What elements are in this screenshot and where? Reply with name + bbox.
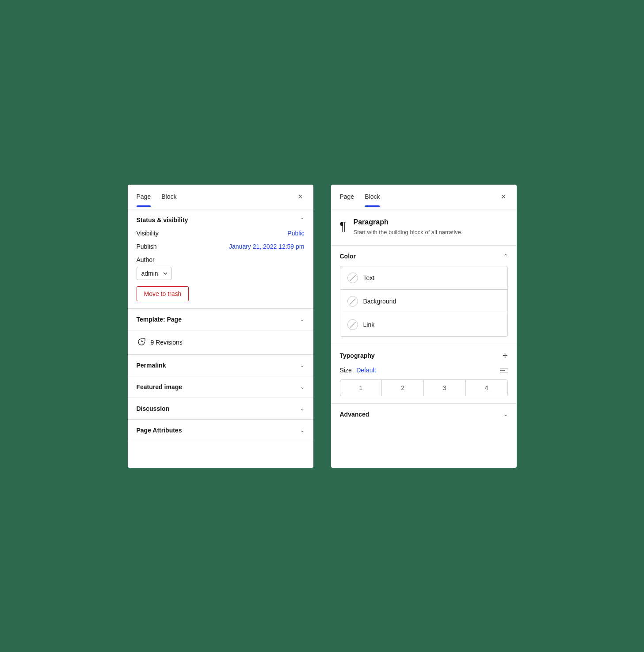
- featured-image-section[interactable]: Featured image ⌄: [128, 376, 313, 398]
- typography-title: Typography: [340, 352, 375, 359]
- block-text: Paragraph Start with the building block …: [354, 218, 463, 237]
- size-control-line-1: [500, 368, 508, 369]
- color-section-title: Color: [340, 253, 356, 260]
- size-label: Size: [340, 367, 352, 374]
- size-button-4[interactable]: 4: [466, 380, 507, 396]
- color-option-text[interactable]: Text: [340, 266, 507, 290]
- revisions-text: 9 Revisions: [151, 339, 183, 346]
- size-button-2[interactable]: 2: [382, 380, 424, 396]
- left-panel-footer-space: [128, 441, 313, 468]
- color-text-label: Text: [363, 274, 375, 281]
- author-select[interactable]: admin: [137, 267, 171, 280]
- typography-add-button[interactable]: +: [503, 351, 508, 360]
- move-to-trash-button-wrapper: Move to trash: [137, 280, 305, 301]
- left-close-button[interactable]: ×: [296, 190, 305, 203]
- discussion-section[interactable]: Discussion ⌄: [128, 398, 313, 420]
- block-info: ¶ Paragraph Start with the building bloc…: [331, 209, 517, 246]
- move-to-trash-button[interactable]: Move to trash: [137, 286, 189, 301]
- publish-row: Publish January 21, 2022 12:59 pm: [137, 243, 305, 250]
- page-attributes-section[interactable]: Page Attributes ⌄: [128, 420, 313, 441]
- color-circle-background: [347, 296, 358, 307]
- color-option-link[interactable]: Link: [340, 313, 507, 336]
- publish-label: Publish: [137, 243, 157, 250]
- page-attributes-title: Page Attributes: [137, 427, 182, 434]
- left-tab-block[interactable]: Block: [161, 187, 176, 206]
- left-tab-group: Page Block: [137, 187, 296, 206]
- block-description: Start with the building block of all nar…: [354, 228, 463, 237]
- color-slash-link-icon: [350, 322, 355, 327]
- visibility-row: Visibility Public: [137, 230, 305, 237]
- left-panel-header: Page Block ×: [128, 185, 313, 209]
- color-options-box: Text Background Link: [340, 266, 508, 337]
- page-attributes-chevron-icon: ⌄: [300, 427, 305, 433]
- block-title: Paragraph: [354, 218, 463, 226]
- color-slash-icon: [350, 275, 355, 281]
- status-visibility-title: Status & visibility: [137, 216, 188, 224]
- revisions-row[interactable]: 9 Revisions: [128, 330, 313, 355]
- right-close-button[interactable]: ×: [499, 190, 508, 203]
- discussion-chevron-icon: ⌄: [300, 406, 305, 412]
- color-section-header[interactable]: Color ⌃: [340, 253, 508, 260]
- color-option-background[interactable]: Background: [340, 290, 507, 313]
- author-label: Author: [137, 256, 305, 263]
- color-circle-link: [347, 319, 358, 330]
- advanced-section[interactable]: Advanced ⌄: [331, 404, 517, 425]
- advanced-chevron-icon: ⌄: [503, 411, 508, 417]
- right-tab-group: Page Block: [340, 187, 499, 206]
- right-tab-page[interactable]: Page: [340, 187, 354, 206]
- size-buttons-group: 1 2 3 4: [340, 379, 508, 396]
- size-controls-icon[interactable]: [500, 368, 508, 373]
- status-visibility-chevron-icon: ⌃: [300, 217, 305, 223]
- advanced-title: Advanced: [340, 411, 370, 418]
- size-button-3[interactable]: 3: [424, 380, 466, 396]
- color-section: Color ⌃ Text Background: [331, 246, 517, 344]
- color-link-label: Link: [363, 321, 375, 328]
- typography-header: Typography +: [340, 351, 508, 360]
- color-chevron-icon: ⌃: [503, 253, 508, 259]
- color-slash-bg-icon: [350, 298, 355, 304]
- publish-value[interactable]: January 21, 2022 12:59 pm: [229, 243, 304, 250]
- color-circle-text: [347, 273, 358, 283]
- right-tab-block[interactable]: Block: [365, 187, 380, 206]
- right-panel: Page Block × ¶ Paragraph Start with the …: [331, 185, 517, 468]
- featured-image-chevron-icon: ⌄: [300, 384, 305, 390]
- visibility-value[interactable]: Public: [287, 230, 304, 237]
- size-button-1[interactable]: 1: [340, 380, 382, 396]
- size-control-line-2: [500, 370, 505, 371]
- left-panel-body: Status & visibility ⌃ Visibility Public …: [128, 209, 313, 468]
- left-panel: Page Block × Status & visibility ⌃ Visib…: [128, 185, 313, 468]
- right-panel-footer-space: [331, 425, 517, 460]
- permalink-section[interactable]: Permalink ⌄: [128, 355, 313, 376]
- permalink-title: Permalink: [137, 362, 166, 369]
- visibility-label: Visibility: [137, 230, 159, 237]
- revisions-icon: [137, 337, 146, 347]
- left-tab-page[interactable]: Page: [137, 187, 151, 206]
- permalink-chevron-icon: ⌄: [300, 362, 305, 368]
- template-chevron-icon: ⌄: [300, 316, 305, 322]
- status-visibility-section: Status & visibility ⌃ Visibility Public …: [128, 209, 313, 309]
- size-control-line-3: [500, 372, 508, 373]
- template-section[interactable]: Template: Page ⌄: [128, 309, 313, 330]
- size-default[interactable]: Default: [356, 367, 376, 374]
- typography-section: Typography + Size Default 1: [331, 344, 517, 404]
- status-visibility-header[interactable]: Status & visibility ⌃: [137, 216, 305, 224]
- discussion-title: Discussion: [137, 405, 170, 412]
- featured-image-title: Featured image: [137, 383, 182, 390]
- color-background-label: Background: [363, 298, 396, 305]
- template-title: Template: Page: [137, 316, 182, 323]
- size-row: Size Default: [340, 366, 508, 374]
- right-panel-body: ¶ Paragraph Start with the building bloc…: [331, 209, 517, 461]
- size-label-group: Size Default: [340, 366, 376, 374]
- paragraph-icon: ¶: [340, 219, 347, 233]
- right-panel-header: Page Block ×: [331, 185, 517, 209]
